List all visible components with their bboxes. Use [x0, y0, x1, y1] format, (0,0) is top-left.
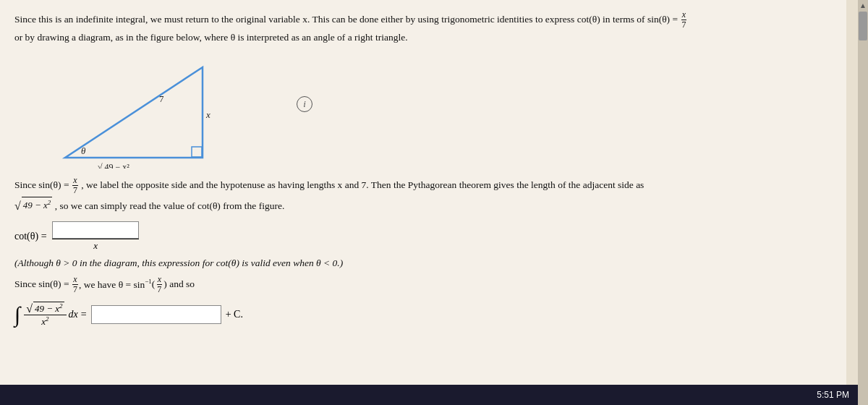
exp-frac-den: 7	[72, 186, 78, 195]
since-line: Since sin(θ) = x 7 , we have θ = sin−1 (…	[14, 275, 832, 294]
taskbar: 5:51 PM	[0, 385, 858, 405]
since-paren-den: 7	[156, 285, 162, 294]
since-frac-num: x	[72, 275, 77, 285]
info-icon[interactable]: i	[297, 96, 312, 112]
explanation-fraction: x 7	[72, 176, 78, 195]
since-and-so: and so	[169, 276, 195, 293]
explanation-part3: , so we can simply read the value of cot…	[55, 200, 285, 211]
integral-line: ∫ √ 49 − x2 x2 dx = + C.	[14, 302, 832, 328]
sqrt-content-integral: 49 − x2	[33, 302, 64, 315]
explanation-text: Since sin(θ) = x 7 , we label the opposi…	[14, 176, 832, 216]
integral-fraction: √ 49 − x2 x2	[24, 302, 66, 328]
cot-line: cot(θ) = x	[14, 221, 832, 252]
sqrt-expression: √ 49 − x2	[14, 195, 52, 215]
diagram-area: θ 7 x √ 49 − x² i	[36, 53, 832, 169]
integral-numerator: √ 49 − x2	[24, 302, 66, 315]
sqrt-symbol-integral: √	[26, 302, 33, 315]
fraction-numerator: x	[681, 10, 686, 20]
sqrt-content: 49 − x2	[22, 197, 53, 213]
sqrt-expr-integral: √ 49 − x2	[26, 302, 64, 315]
explanation-part2: , we label the opposite side and the hyp…	[81, 179, 644, 190]
scroll-up-arrow[interactable]: ▲	[859, 0, 867, 10]
main-content: Since this is an indefinite integral, we…	[0, 0, 846, 398]
svg-rect-1	[192, 147, 202, 157]
svg-text:θ: θ	[81, 145, 86, 156]
scrollbar[interactable]: ▲	[858, 0, 868, 405]
integral-answer-box[interactable]	[91, 305, 221, 324]
intro-paragraph: Since this is an indefinite integral, we…	[14, 10, 832, 46]
svg-text:√ 49 − x²: √ 49 − x²	[98, 162, 129, 169]
since-part2: , we have θ = sin−1	[79, 276, 152, 294]
sqrt-symbol: √	[14, 196, 21, 216]
plus-c: + C.	[226, 309, 243, 320]
since-paren-num: x	[157, 275, 162, 285]
fraction-denominator: 7	[681, 20, 686, 30]
svg-text:x: x	[205, 109, 210, 120]
triangle-svg: θ 7 x √ 49 − x²	[36, 53, 239, 169]
intro-text-line2: or by drawing a diagram, as in the figur…	[14, 32, 408, 43]
explanation-part1: Since sin(θ) =	[14, 179, 69, 190]
since-part1: Since sin(θ) =	[14, 276, 69, 293]
although-text: (Although θ > 0 in the diagram, this exp…	[14, 257, 832, 269]
since-fraction: x 7	[72, 275, 78, 294]
cot-answer-box[interactable]	[52, 221, 139, 239]
time-display: 5:51 PM	[817, 390, 849, 400]
triangle-container: θ 7 x √ 49 − x²	[36, 53, 239, 165]
since-frac-den: 7	[72, 285, 78, 294]
dx-label: dx	[69, 309, 78, 320]
svg-text:7: 7	[159, 93, 164, 104]
cot-label: cot(θ) =	[14, 231, 47, 242]
svg-marker-0	[65, 67, 203, 158]
integral-denominator: x2	[39, 315, 51, 328]
cot-denominator: x	[52, 239, 139, 252]
intro-text-line1: Since this is an indefinite integral, we…	[14, 14, 678, 25]
scroll-thumb[interactable]	[859, 12, 867, 40]
integral-sign: ∫	[14, 304, 20, 325]
since-paren-fraction: ( x 7 )	[152, 275, 167, 294]
equals-sign: =	[81, 309, 87, 320]
exp-frac-num: x	[72, 176, 77, 186]
inline-fraction-x7: x 7	[681, 10, 686, 30]
